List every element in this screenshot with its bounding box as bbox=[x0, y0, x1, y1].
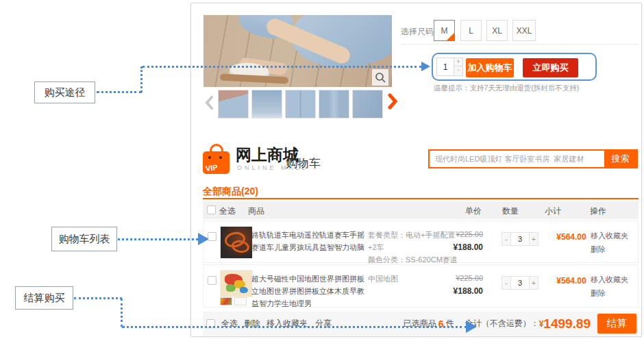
thumbnail-image[interactable] bbox=[218, 90, 249, 118]
thumbnail-prev-icon[interactable] bbox=[205, 96, 214, 112]
item-checkbox[interactable] bbox=[208, 276, 216, 285]
annotation-line bbox=[74, 297, 122, 299]
item-price-block: ¥225.00 ¥188.00 bbox=[428, 229, 483, 254]
total-currency: ¥ bbox=[539, 319, 544, 329]
item-quantity-value[interactable]: 3 bbox=[511, 276, 529, 290]
annotation-label-checkout: 结算购买 bbox=[15, 286, 73, 310]
magnifier-icon[interactable] bbox=[372, 69, 388, 86]
annotation-line bbox=[118, 238, 198, 240]
shop-logo-icon: VIP bbox=[203, 144, 230, 175]
quantity-input[interactable] bbox=[436, 58, 454, 76]
annotation-label-text: 结算购买 bbox=[24, 292, 65, 305]
column-price: 单价 bbox=[465, 205, 482, 217]
size-option-m[interactable]: M bbox=[434, 20, 455, 41]
add-to-cart-button[interactable]: 加入购物车 bbox=[466, 58, 514, 77]
column-actions: 操作 bbox=[590, 205, 606, 217]
increase-button[interactable]: + bbox=[529, 232, 538, 246]
item-image-china-map[interactable] bbox=[220, 270, 253, 297]
quantity-stepper: + - bbox=[454, 58, 463, 76]
logo-badge: VIP bbox=[205, 163, 218, 173]
size-option-xxl[interactable]: XXL bbox=[512, 20, 536, 41]
decrease-button[interactable]: - bbox=[501, 232, 511, 246]
page-title: 购物车 bbox=[286, 155, 321, 171]
increase-button[interactable]: + bbox=[529, 276, 538, 290]
search-input[interactable] bbox=[430, 151, 604, 167]
item-quantity-value[interactable]: 3 bbox=[511, 232, 529, 246]
mini-map-thumb bbox=[220, 297, 232, 305]
size-option-l[interactable]: L bbox=[460, 20, 482, 41]
cart-section-title: 全部商品(20) bbox=[203, 186, 258, 198]
mini-blank-thumb bbox=[234, 297, 247, 305]
annotation-label-text: 购买途径 bbox=[45, 86, 86, 99]
size-option-label: XXL bbox=[517, 26, 532, 36]
move-to-favorites-link[interactable]: 移入收藏夹 bbox=[591, 229, 628, 243]
selected-check-icon bbox=[446, 32, 455, 41]
select-all-checkbox[interactable] bbox=[207, 205, 216, 214]
thumbnail-image[interactable] bbox=[319, 90, 349, 118]
item-original-price: ¥225.00 bbox=[428, 229, 483, 241]
quantity-decrease-button[interactable]: - bbox=[454, 66, 463, 76]
annotation-label-cart-list: 购物车列表 bbox=[51, 227, 117, 251]
thumbnail-image[interactable] bbox=[251, 90, 282, 118]
annotation-line bbox=[121, 299, 123, 327]
annotation-line bbox=[140, 66, 143, 92]
thumbnail-next-icon[interactable] bbox=[387, 93, 398, 112]
annotation-label-purchase-path: 购买途径 bbox=[34, 81, 95, 103]
item-price-block: ¥225.00 ¥188.00 bbox=[428, 273, 483, 298]
item-quantity-stepper: - 3 + bbox=[501, 232, 538, 246]
cart-footer-bar: 全选 删除 移入收藏夹 分享 已选商品 6 件 合计（不含运费）： ¥ 1499… bbox=[203, 312, 639, 336]
item-quantity-stepper: - 3 + bbox=[501, 276, 538, 290]
thumbnail-image[interactable] bbox=[352, 90, 383, 118]
footer-summary: 已选商品 6 件 合计（不含运费）： ¥ 1499.89 结算 bbox=[404, 314, 639, 334]
size-option-label: XL bbox=[492, 26, 502, 36]
item-price: ¥188.00 bbox=[428, 285, 483, 298]
section-divider bbox=[401, 44, 639, 45]
quantity-increase-button[interactable]: + bbox=[454, 58, 463, 66]
item-original-price: ¥225.00 bbox=[428, 273, 483, 285]
annotation-label-text: 购物车列表 bbox=[59, 233, 110, 246]
size-option-label: L bbox=[469, 26, 473, 36]
annotation-arrowhead bbox=[421, 62, 430, 71]
move-to-favorites-link[interactable]: 移入收藏夹 bbox=[591, 273, 628, 287]
item-image-thumbnails bbox=[220, 297, 247, 305]
column-product: 商品 bbox=[248, 205, 264, 217]
item-image-race-track[interactable] bbox=[220, 226, 253, 259]
return-policy-tip: 温馨提示：支持7天无理由退货(拆封后不支持) bbox=[434, 84, 579, 93]
column-select-all: 全选 bbox=[219, 205, 236, 217]
cart-item-row: 超大号磁性中国地图世界拼图拼板立地图世界拼图拼板立体木质早教益智力学生地理男 中… bbox=[203, 264, 639, 307]
decrease-button[interactable]: - bbox=[501, 276, 511, 290]
product-main-image[interactable] bbox=[203, 15, 392, 87]
annotation-arrowhead bbox=[466, 321, 477, 333]
size-option-xl[interactable]: XL bbox=[486, 20, 508, 41]
item-price: ¥188.00 bbox=[428, 241, 483, 254]
cart-table-header: 全选 商品 单价 数量 小计 操作 bbox=[203, 201, 639, 219]
item-title[interactable]: 超大号磁性中国地图世界拼图拼板立地图世界拼图拼板立体木质早教益智力学生地理男 bbox=[251, 273, 368, 310]
delete-link[interactable]: 删除 bbox=[591, 243, 628, 257]
annotation-line bbox=[97, 91, 142, 93]
search-bar: 搜索 bbox=[428, 149, 638, 168]
checkout-button[interactable]: 结算 bbox=[597, 314, 636, 334]
delete-link[interactable]: 删除 bbox=[591, 287, 628, 301]
item-actions: 移入收藏夹 删除 bbox=[591, 229, 628, 257]
cart-item-row: 路轨轨道车电动遥控轨道赛车手摇赛道车儿童男孩玩具益智智力动脑 套餐类型：电动+手… bbox=[203, 221, 639, 263]
buy-now-button[interactable]: 立即购买 bbox=[523, 58, 578, 77]
annotation-line bbox=[122, 326, 467, 328]
column-quantity: 数量 bbox=[502, 205, 519, 217]
bag-eye bbox=[208, 156, 211, 159]
item-title[interactable]: 路轨轨道车电动遥控轨道赛车手摇赛道车儿童男孩玩具益智智力动脑 bbox=[251, 229, 368, 253]
total-amount: 1499.89 bbox=[543, 316, 591, 331]
item-actions: 移入收藏夹 删除 bbox=[591, 273, 628, 301]
column-subtotal: 小计 bbox=[545, 205, 561, 217]
bag-eye bbox=[219, 156, 222, 159]
bag-body: VIP bbox=[203, 151, 230, 174]
section-underline bbox=[203, 198, 639, 199]
annotation-line bbox=[143, 66, 421, 68]
screenshot-stage: 购买途径 购物车列表 结算购买 选择尺码： bbox=[0, 0, 644, 339]
thumbnail-strip bbox=[218, 90, 383, 118]
thumbnail-image[interactable] bbox=[285, 90, 316, 118]
search-button[interactable]: 搜索 bbox=[604, 151, 636, 167]
annotation-arrowhead bbox=[198, 233, 209, 245]
